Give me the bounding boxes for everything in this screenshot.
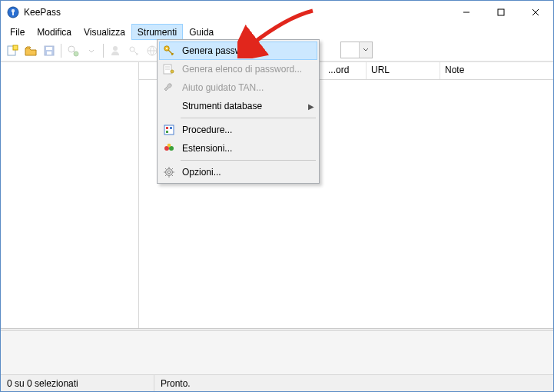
- search-combo[interactable]: [340, 42, 373, 58]
- group-tree[interactable]: [1, 62, 139, 328]
- menu-item-label: Genera password...: [182, 45, 263, 56]
- statusbar: 0 su 0 selezionati Pronto.: [1, 374, 553, 391]
- list-key-icon: [162, 62, 176, 76]
- svg-point-13: [74, 51, 78, 56]
- wrench-icon: [162, 81, 176, 95]
- svg-rect-32: [166, 131, 168, 133]
- detail-panel: [1, 328, 553, 374]
- menu-separator: [181, 118, 316, 118]
- menu-visualizza[interactable]: Visualizza: [78, 24, 131, 40]
- new-db-button[interactable]: [4, 42, 21, 59]
- svg-rect-10: [46, 47, 52, 50]
- menu-item-label: Procedure...: [182, 125, 232, 135]
- search-dropdown-button[interactable]: [359, 42, 372, 58]
- column-password[interactable]: ...ord: [323, 62, 367, 79]
- menu-procedure[interactable]: Procedure...: [159, 121, 317, 139]
- svg-point-14: [113, 46, 118, 51]
- key-gold-icon: [162, 44, 176, 58]
- status-selection: 0 su 0 selezionati: [1, 375, 154, 391]
- menu-item-label: Strumenti database: [182, 101, 262, 111]
- svg-rect-29: [164, 125, 174, 135]
- menu-genera-password[interactable]: Genera password...: [159, 42, 317, 60]
- save-db-button[interactable]: [41, 42, 58, 59]
- menu-modifica[interactable]: Modifica: [31, 24, 78, 40]
- user-copy-button[interactable]: [107, 42, 124, 59]
- svg-rect-8: [13, 45, 18, 50]
- dropdown-button[interactable]: [83, 42, 100, 59]
- svg-line-43: [172, 175, 174, 177]
- menu-item-label: Estensioni...: [182, 143, 232, 154]
- minimize-button[interactable]: [449, 2, 483, 24]
- status-state: Pronto.: [154, 375, 197, 391]
- svg-point-35: [168, 144, 171, 148]
- keepass-icon: [7, 6, 19, 18]
- svg-rect-11: [47, 51, 51, 55]
- pw-copy-button[interactable]: [125, 42, 142, 59]
- open-db-button[interactable]: [22, 42, 39, 59]
- menu-opzioni[interactable]: Opzioni...: [159, 163, 317, 181]
- procedure-icon: [162, 123, 176, 137]
- menu-genera-elenco[interactable]: Genera elenco di password...: [159, 60, 317, 78]
- svg-rect-2: [12, 12, 14, 15]
- svg-rect-31: [170, 127, 172, 129]
- menu-estensioni[interactable]: Estensioni...: [159, 139, 317, 158]
- menu-separator: [181, 160, 316, 161]
- app-window: KeePass File Modifica Visualizza Strumen…: [0, 0, 554, 392]
- plugin-icon: [162, 141, 176, 155]
- menu-aiuto-tan[interactable]: Aiuto guidato TAN...: [159, 78, 317, 97]
- add-entry-button[interactable]: [65, 42, 81, 59]
- menu-item-label: Opzioni...: [182, 167, 221, 178]
- chevron-down-icon: [363, 47, 369, 53]
- menu-file[interactable]: File: [4, 24, 31, 40]
- maximize-button[interactable]: [483, 2, 518, 24]
- menu-strumenti-database[interactable]: Strumenti database ▶: [159, 97, 317, 115]
- svg-line-45: [172, 168, 174, 170]
- column-url[interactable]: URL: [367, 62, 440, 79]
- svg-point-24: [166, 48, 168, 49]
- column-note[interactable]: Note: [440, 62, 532, 79]
- menu-item-label: Aiuto guidato TAN...: [182, 82, 264, 93]
- menu-item-label: Genera elenco di password...: [182, 64, 302, 75]
- menubar: File Modifica Visualizza Strumenti Guida: [1, 24, 553, 40]
- svg-rect-30: [166, 127, 168, 129]
- titlebar: KeePass: [1, 1, 553, 24]
- svg-line-42: [165, 168, 167, 170]
- gear-icon: [162, 165, 176, 179]
- blank-icon: [162, 99, 176, 113]
- submenu-arrow-icon: ▶: [308, 102, 314, 111]
- svg-line-44: [165, 175, 167, 177]
- menu-guida[interactable]: Guida: [183, 24, 220, 40]
- window-title: KeePass: [24, 7, 61, 18]
- search-input[interactable]: [341, 42, 359, 58]
- strumenti-dropdown: Genera password... Genera elenco di pass…: [157, 39, 320, 184]
- svg-point-37: [168, 171, 170, 173]
- menu-strumenti[interactable]: Strumenti: [131, 24, 183, 40]
- svg-rect-4: [498, 9, 504, 15]
- close-button[interactable]: [518, 2, 553, 24]
- svg-point-28: [171, 70, 174, 73]
